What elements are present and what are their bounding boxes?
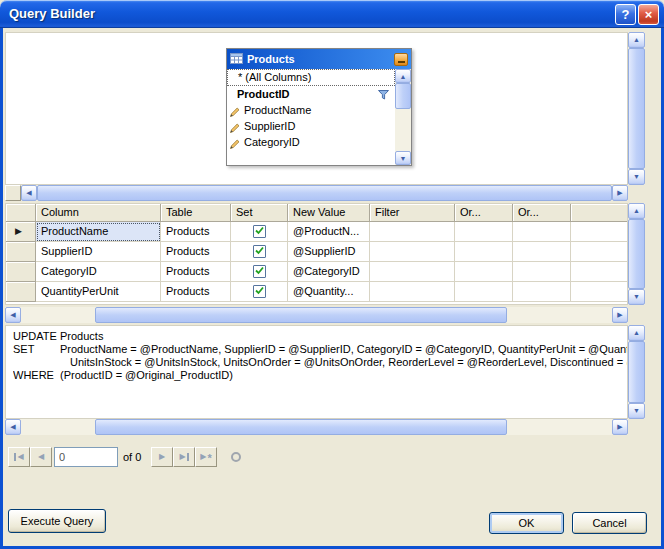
column-item-supplierid[interactable]: SupplierID — [227, 118, 411, 134]
grid-header-table[interactable]: Table — [161, 204, 231, 222]
scroll-thumb[interactable] — [37, 185, 612, 201]
grid-header-column[interactable]: Column — [36, 204, 161, 222]
scroll-up-button[interactable]: ▲ — [628, 32, 645, 48]
cancel-query-button[interactable] — [225, 447, 247, 467]
cell-table[interactable]: Products — [161, 242, 231, 262]
scroll-thumb[interactable] — [95, 419, 507, 435]
diagram-vertical-scrollbar[interactable]: ▲ ▼ — [628, 32, 645, 185]
cell-or-2[interactable] — [513, 262, 571, 282]
cell-or-1[interactable] — [455, 242, 513, 262]
scroll-left-button[interactable]: ◀ — [5, 307, 21, 323]
titlebar[interactable]: Query Builder ? × — [0, 0, 664, 28]
record-position-input[interactable] — [54, 447, 118, 467]
cell-table[interactable]: Products — [161, 282, 231, 302]
execute-query-button[interactable]: Execute Query — [8, 509, 106, 533]
scroll-down-button[interactable]: ▼ — [628, 169, 645, 185]
cell-set[interactable] — [231, 222, 288, 242]
products-card-header[interactable]: Products — [227, 49, 411, 69]
pencil-icon — [230, 137, 240, 153]
move-previous-button[interactable]: ◀ — [30, 447, 52, 467]
scroll-up-button[interactable]: ▲ — [628, 203, 645, 219]
grid-corner-cell[interactable] — [6, 204, 36, 222]
cancel-button[interactable]: Cancel — [572, 512, 647, 534]
cell-new-value[interactable]: @ProductN... — [288, 222, 370, 242]
checkbox-checked-icon[interactable] — [253, 245, 266, 258]
products-table-card[interactable]: Products * (All Columns) ProductID — [226, 48, 412, 166]
scroll-thumb[interactable] — [628, 48, 645, 169]
diagram-horizontal-scrollbar[interactable]: ◀ ▶ — [5, 185, 628, 201]
cell-filter[interactable] — [370, 222, 455, 242]
help-button[interactable]: ? — [615, 4, 636, 25]
cell-column[interactable]: ProductName — [36, 222, 161, 242]
cell-table[interactable]: Products — [161, 262, 231, 282]
cell-or-2[interactable] — [513, 222, 571, 242]
cell-column[interactable]: SupplierID — [36, 242, 161, 262]
checkbox-checked-icon[interactable] — [253, 285, 266, 298]
cell-or-1[interactable] — [455, 222, 513, 242]
scroll-right-button[interactable]: ▶ — [612, 185, 628, 201]
row-selector[interactable] — [6, 262, 36, 282]
scroll-thumb[interactable] — [628, 341, 645, 403]
grid-horizontal-scrollbar[interactable]: ◀ ▶ — [5, 307, 628, 323]
cell-filter[interactable] — [370, 282, 455, 302]
scroll-thumb[interactable] — [628, 219, 645, 289]
grid-vertical-scrollbar[interactable]: ▲ ▼ — [628, 203, 645, 305]
cell-new-value[interactable]: @CategoryID — [288, 262, 370, 282]
move-last-button[interactable]: ▶ — [173, 447, 195, 467]
cell-column[interactable]: CategoryID — [36, 262, 161, 282]
left-arrow-icon: ◀ — [6, 308, 20, 322]
diagram-pane[interactable]: Products * (All Columns) ProductID — [5, 32, 628, 185]
scroll-down-button[interactable]: ▼ — [628, 403, 645, 419]
pane-splitter-box[interactable] — [5, 185, 21, 201]
cell-set[interactable] — [231, 282, 288, 302]
scroll-down-button[interactable]: ▼ — [395, 151, 411, 165]
scroll-thumb[interactable] — [395, 83, 411, 109]
collapse-card-button[interactable] — [394, 53, 408, 66]
sql-pane[interactable]: UPDATEProducts SETProductName = @Product… — [5, 325, 628, 419]
checkbox-checked-icon[interactable] — [253, 225, 266, 238]
scroll-thumb[interactable] — [95, 307, 507, 323]
column-item-all-columns[interactable]: * (All Columns) — [227, 69, 395, 86]
cell-or-2[interactable] — [513, 282, 571, 302]
row-selector[interactable] — [6, 282, 36, 302]
row-selector[interactable] — [6, 242, 36, 262]
column-item-categoryid[interactable]: CategoryID — [227, 134, 411, 150]
row-selector[interactable]: ▶ — [6, 222, 36, 242]
sql-vertical-scrollbar[interactable]: ▲ ▼ — [628, 325, 645, 419]
grid-header-or-1[interactable]: Or... — [455, 204, 513, 222]
scroll-up-button[interactable]: ▲ — [395, 69, 411, 83]
add-new-record-button[interactable]: ▶* — [195, 447, 217, 467]
cell-table[interactable]: Products — [161, 222, 231, 242]
scroll-up-button[interactable]: ▲ — [628, 325, 645, 341]
cell-or-1[interactable] — [455, 282, 513, 302]
column-item-productname[interactable]: ProductName — [227, 102, 411, 118]
cell-filter[interactable] — [370, 242, 455, 262]
card-vertical-scrollbar[interactable]: ▲ ▼ — [395, 69, 411, 165]
sql-horizontal-scrollbar[interactable]: ◀ ▶ — [5, 419, 628, 435]
left-arrow-icon: ◀ — [17, 453, 23, 461]
cell-filter[interactable] — [370, 262, 455, 282]
cell-set[interactable] — [231, 242, 288, 262]
scroll-left-button[interactable]: ◀ — [5, 419, 21, 435]
column-item-productid[interactable]: ProductID — [227, 86, 411, 102]
close-button[interactable]: × — [638, 4, 659, 25]
move-first-button[interactable]: ◀ — [8, 447, 30, 467]
cell-set[interactable] — [231, 262, 288, 282]
sql-keyword: WHERE — [13, 369, 60, 382]
move-next-button[interactable]: ▶ — [151, 447, 173, 467]
checkbox-checked-icon[interactable] — [253, 265, 266, 278]
grid-header-set[interactable]: Set — [231, 204, 288, 222]
ok-button[interactable]: OK — [489, 512, 564, 534]
scroll-right-button[interactable]: ▶ — [612, 307, 628, 323]
scroll-right-button[interactable]: ▶ — [612, 419, 628, 435]
cell-new-value[interactable]: @SupplierID — [288, 242, 370, 262]
cell-new-value[interactable]: @Quantity... — [288, 282, 370, 302]
cell-or-1[interactable] — [455, 262, 513, 282]
grid-header-filter[interactable]: Filter — [370, 204, 455, 222]
cell-or-2[interactable] — [513, 242, 571, 262]
grid-header-new-value[interactable]: New Value — [288, 204, 370, 222]
scroll-left-button[interactable]: ◀ — [21, 185, 37, 201]
cell-column[interactable]: QuantityPerUnit — [36, 282, 161, 302]
grid-header-or-2[interactable]: Or... — [513, 204, 571, 222]
scroll-down-button[interactable]: ▼ — [628, 289, 645, 305]
